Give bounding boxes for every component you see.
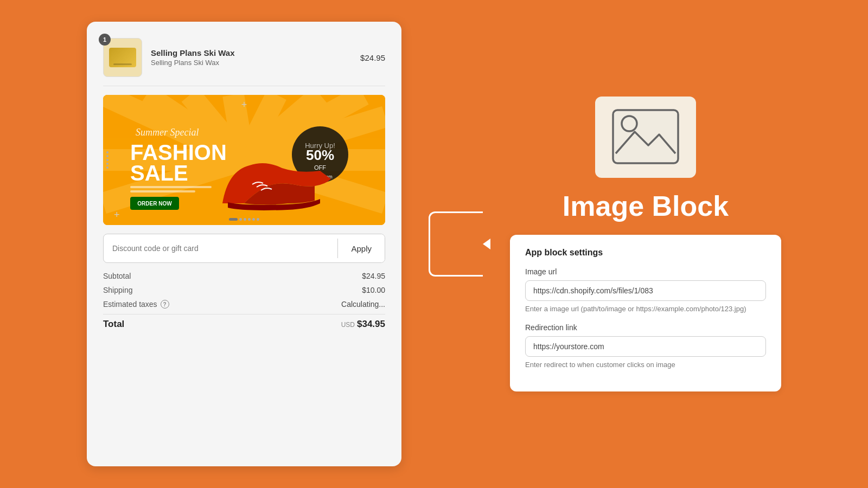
svg-rect-16 xyxy=(130,186,212,188)
image-url-hint: Enter a image url (path/to/image or http… xyxy=(525,304,766,314)
taxes-label-text: Estimated taxes xyxy=(103,300,157,309)
image-block-title: Image Block xyxy=(563,191,729,222)
svg-rect-17 xyxy=(130,190,195,192)
discount-row: Apply xyxy=(103,234,385,263)
banner-pagination-dots xyxy=(229,218,259,221)
taxes-value: Calculating... xyxy=(341,300,385,309)
svg-text:50%: 50% xyxy=(306,147,334,163)
pagination-dot[interactable] xyxy=(248,218,251,221)
taxes-label: Estimated taxes ? xyxy=(103,300,169,309)
svg-text:ORDER NOW: ORDER NOW xyxy=(137,201,172,207)
banner-image-block: Summer Special FASHION SALE ORDER NOW Hu… xyxy=(103,95,385,225)
product-quantity-badge: 1 xyxy=(99,34,111,46)
product-subtitle: Selling Plans Ski Wax xyxy=(151,59,352,67)
svg-text:Summer Special: Summer Special xyxy=(136,127,199,138)
shipping-label: Shipping xyxy=(103,286,133,294)
apply-button[interactable]: Apply xyxy=(338,234,385,262)
product-info: Selling Plans Ski Wax Selling Plans Ski … xyxy=(151,48,352,67)
settings-title: App block settings xyxy=(525,248,766,258)
right-panel: Image Block App block settings Image url… xyxy=(510,97,781,391)
side-dot xyxy=(106,159,108,161)
product-image-wrapper: 1 xyxy=(103,38,142,77)
image-placeholder-icon xyxy=(610,107,681,167)
banner-svg: Summer Special FASHION SALE ORDER NOW Hu… xyxy=(103,95,385,225)
pagination-dot[interactable] xyxy=(239,218,242,221)
side-dot xyxy=(106,155,108,157)
image-icon-wrapper xyxy=(595,97,696,178)
main-container: 1 Selling Plans Ski Wax Selling Plans Sk… xyxy=(0,0,868,488)
product-row: 1 Selling Plans Ski Wax Selling Plans Sk… xyxy=(103,38,385,86)
order-summary: Subtotal $24.95 Shipping $10.00 Estimate… xyxy=(103,272,385,330)
pagination-dot[interactable] xyxy=(257,218,259,221)
pagination-dot[interactable] xyxy=(244,218,246,221)
total-amount: $34.95 xyxy=(357,319,385,329)
side-dot xyxy=(106,166,108,169)
arrow-connector-wrapper xyxy=(429,211,483,277)
redirect-label: Redirection link xyxy=(525,323,766,332)
image-url-section: Image url Enter a image url (path/to/ima… xyxy=(525,267,766,314)
settings-card: App block settings Image url Enter a ima… xyxy=(510,235,781,391)
side-dot xyxy=(106,151,108,153)
subtotal-value: $24.95 xyxy=(362,272,385,280)
banner-side-dots xyxy=(106,151,108,169)
product-price: $24.95 xyxy=(360,53,385,62)
total-label: Total xyxy=(103,319,124,330)
banner-add-top[interactable]: + xyxy=(241,99,247,111)
svg-rect-26 xyxy=(613,110,678,163)
subtotal-label: Subtotal xyxy=(103,272,131,280)
redirect-url-section: Redirection link Enter redirect to when … xyxy=(525,323,766,370)
svg-text:OFF: OFF xyxy=(314,164,326,171)
product-thumbnail xyxy=(103,38,142,77)
pagination-dot[interactable] xyxy=(252,218,255,221)
image-url-label: Image url xyxy=(525,267,766,276)
taxes-row: Estimated taxes ? Calculating... xyxy=(103,300,385,309)
side-dot xyxy=(106,163,108,165)
shipping-row: Shipping $10.00 xyxy=(103,286,385,294)
redirect-hint: Enter redirect to when customer clicks o… xyxy=(525,360,766,370)
arrow-connector-line xyxy=(429,211,483,277)
redirect-input[interactable] xyxy=(525,336,766,357)
taxes-info-icon[interactable]: ? xyxy=(161,300,169,309)
discount-input[interactable] xyxy=(104,234,337,262)
cart-card: 1 Selling Plans Ski Wax Selling Plans Sk… xyxy=(87,22,401,466)
product-name: Selling Plans Ski Wax xyxy=(151,48,352,57)
image-url-input[interactable] xyxy=(525,280,766,301)
svg-text:SALE: SALE xyxy=(130,161,188,185)
shipping-value: $10.00 xyxy=(362,286,385,294)
banner-add-bottom[interactable]: + xyxy=(114,209,120,221)
arrow-tip xyxy=(483,239,490,249)
subtotal-row: Subtotal $24.95 xyxy=(103,272,385,280)
pagination-dot-active[interactable] xyxy=(229,218,238,221)
total-currency: USD xyxy=(341,321,355,329)
ski-wax-image xyxy=(109,48,136,67)
arrow-connector-area xyxy=(423,211,488,277)
total-row: Total USD$34.95 xyxy=(103,314,385,330)
total-value: USD$34.95 xyxy=(341,319,385,330)
